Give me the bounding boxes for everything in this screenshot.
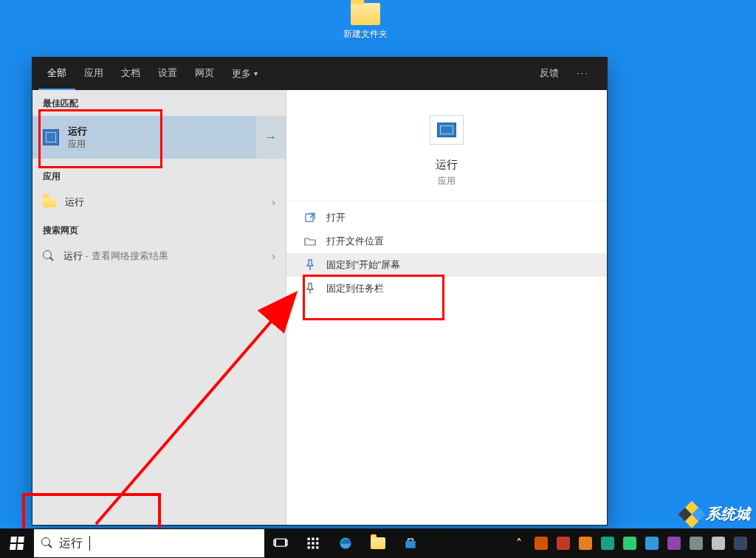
tray-item[interactable] xyxy=(707,528,729,558)
tray-item[interactable] xyxy=(574,528,597,558)
tray-item[interactable] xyxy=(552,528,574,558)
tray-item[interactable] xyxy=(597,528,619,558)
svg-rect-8 xyxy=(308,542,310,544)
best-match-row[interactable]: 运行 应用 → xyxy=(32,116,286,159)
svg-rect-5 xyxy=(308,538,310,540)
chevron-down-icon: ▾ xyxy=(254,58,258,89)
text-cursor xyxy=(89,536,90,551)
search-icon xyxy=(41,537,53,549)
tray-item[interactable] xyxy=(641,528,663,558)
tray-item[interactable] xyxy=(729,528,752,558)
watermark-text: 系统城 xyxy=(706,504,750,524)
web-result-row[interactable]: 运行 - 查看网络搜索结果 › xyxy=(32,241,286,271)
svg-rect-13 xyxy=(316,546,318,548)
folder-icon xyxy=(351,3,380,25)
best-match-title: 运行 xyxy=(68,125,87,138)
start-button[interactable] xyxy=(0,528,34,558)
svg-rect-11 xyxy=(308,546,310,548)
tab-more-label: 更多 xyxy=(232,58,251,89)
windows-logo-icon xyxy=(10,537,24,550)
tray-app-icon xyxy=(690,537,703,550)
svg-rect-10 xyxy=(316,542,318,544)
action-open[interactable]: 打开 xyxy=(286,206,607,230)
desktop-folder[interactable]: 新建文件夹 xyxy=(340,0,391,41)
svg-rect-0 xyxy=(306,214,313,221)
apps-result-row[interactable]: 运行 › xyxy=(32,187,286,217)
search-header: 全部 应用 文档 设置 网页 更多 ▾ 反馈 ··· xyxy=(32,58,607,90)
store-icon xyxy=(403,536,418,551)
web-suffix: - 查看网络搜索结果 xyxy=(83,250,168,261)
tray-app-icon xyxy=(712,537,725,550)
web-query: 运行 xyxy=(63,250,83,261)
run-app-icon xyxy=(43,129,59,145)
action-open-location[interactable]: 打开文件位置 xyxy=(286,230,607,253)
detail-pane: 运行 应用 打开 打开文件位置 xyxy=(286,90,607,525)
task-view-button[interactable] xyxy=(264,528,297,558)
apps-result-label: 运行 xyxy=(65,196,84,209)
svg-rect-2 xyxy=(275,539,286,546)
taskbar-app-store[interactable] xyxy=(394,528,427,558)
detail-title: 运行 xyxy=(286,158,607,172)
svg-rect-6 xyxy=(312,538,314,540)
taskbar-app-edge[interactable] xyxy=(329,528,362,558)
folder-open-icon xyxy=(304,235,316,247)
chevron-right-icon: › xyxy=(272,250,275,262)
svg-rect-7 xyxy=(316,538,318,540)
action-pin-taskbar[interactable]: 固定到任务栏 xyxy=(286,277,607,300)
taskbar: 运行 ˄ xyxy=(0,528,756,558)
search-panel: 全部 应用 文档 设置 网页 更多 ▾ 反馈 ··· 最佳匹配 xyxy=(32,57,608,526)
tray-app-icon xyxy=(579,537,592,550)
folder-icon xyxy=(371,537,385,549)
detail-subtitle: 应用 xyxy=(286,175,607,187)
tray-app-icon xyxy=(601,537,614,550)
tray-item[interactable] xyxy=(663,528,685,558)
tab-apps[interactable]: 应用 xyxy=(75,58,112,90)
tray-app-icon xyxy=(623,537,636,550)
best-match-subtitle: 应用 xyxy=(68,138,87,151)
results-list: 最佳匹配 运行 应用 → 应用 运行 › xyxy=(32,90,286,525)
folder-icon xyxy=(43,197,56,207)
tab-docs[interactable]: 文档 xyxy=(112,58,149,90)
action-open-location-label: 打开文件位置 xyxy=(326,235,384,248)
more-options-button[interactable]: ··· xyxy=(572,58,594,90)
desktop: 新建文件夹 全部 应用 文档 设置 网页 更多 ▾ 反馈 ··· 最佳匹配 xyxy=(0,0,756,558)
search-query-text: 运行 xyxy=(59,536,83,551)
tray-app-icon xyxy=(667,537,681,550)
action-pin-taskbar-label: 固定到任务栏 xyxy=(326,282,384,295)
open-icon xyxy=(304,212,316,224)
edge-icon xyxy=(338,536,353,551)
taskbar-app[interactable] xyxy=(297,528,329,558)
action-open-label: 打开 xyxy=(326,211,346,224)
feedback-button[interactable]: 反馈 xyxy=(535,58,563,90)
tab-settings[interactable]: 设置 xyxy=(149,58,186,90)
search-icon xyxy=(43,250,55,262)
grid-icon xyxy=(306,536,320,551)
tray-app-icon xyxy=(734,537,747,550)
tray-app-icon xyxy=(645,537,659,550)
pin-icon xyxy=(304,259,316,271)
tray-item[interactable] xyxy=(530,528,552,558)
desktop-folder-label: 新建文件夹 xyxy=(340,28,391,41)
taskbar-search-input[interactable]: 运行 xyxy=(34,529,264,557)
action-pin-start-label: 固定到"开始"屏幕 xyxy=(326,258,400,272)
task-view-icon xyxy=(273,536,288,551)
tab-web[interactable]: 网页 xyxy=(186,58,223,90)
expand-arrow-icon[interactable]: → xyxy=(256,116,286,159)
action-pin-start[interactable]: 固定到"开始"屏幕 xyxy=(286,253,607,277)
tray-app-icon xyxy=(535,537,548,550)
pin-icon xyxy=(304,283,316,294)
taskbar-app-explorer[interactable] xyxy=(362,528,394,558)
watermark: 系统城 xyxy=(682,504,750,524)
tab-more[interactable]: 更多 ▾ xyxy=(223,58,267,90)
tray-item[interactable] xyxy=(685,528,707,558)
section-apps: 应用 xyxy=(32,163,286,187)
section-best-match: 最佳匹配 xyxy=(32,90,286,114)
chevron-right-icon: › xyxy=(272,196,275,208)
tray-item[interactable] xyxy=(619,528,641,558)
tab-all[interactable]: 全部 xyxy=(38,58,75,90)
detail-app-icon xyxy=(430,115,464,145)
tray-app-icon xyxy=(557,537,570,550)
svg-rect-12 xyxy=(312,546,314,548)
tray-up-icon[interactable]: ˄ xyxy=(508,528,530,558)
watermark-logo-icon xyxy=(678,500,706,528)
